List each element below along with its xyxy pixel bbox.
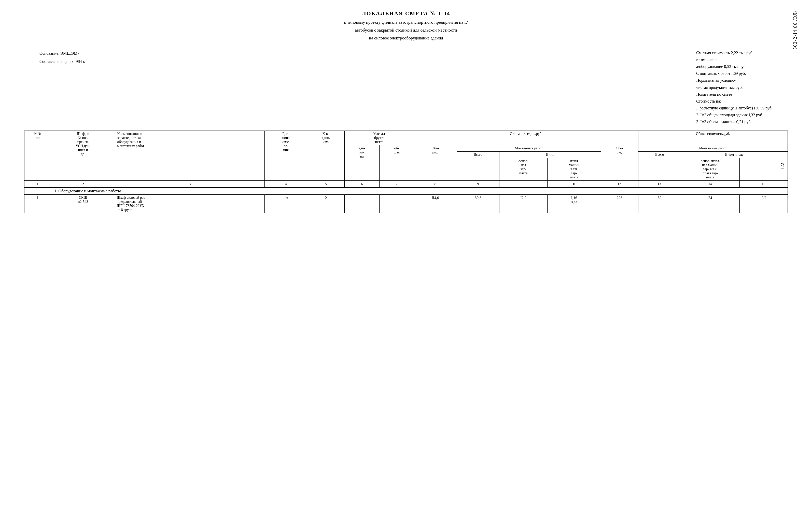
cell-total-ekspl: 2/I: [740, 194, 788, 213]
th-mass-unit: еди-ни-ца: [345, 145, 379, 181]
sost-label: Составлена в ценах I984 г.: [39, 58, 85, 66]
ir-line8: Стоимость на:: [696, 98, 773, 104]
cell-cost-ekspl: I,160,44: [548, 194, 601, 213]
col-num-13: I3: [638, 181, 681, 187]
info-right: Сметная стоимость 2,22 тыс.руб. в том чи…: [696, 49, 773, 125]
cell-total-mont-vsego: 62: [638, 194, 681, 213]
cell-cost-mont-osnov: I2,2: [499, 194, 548, 213]
document-header: ЛОКАЛЬНАЯ СМЕТА № I–I4 к типовому проект…: [24, 10, 788, 42]
th-mont-vsego: Всего: [457, 151, 499, 181]
subtitle-line1: к типовому проекту филиала автотранспорт…: [24, 19, 788, 26]
ir-line5: Нормативная условно-: [696, 77, 773, 84]
ir-line2: в том числе:: [696, 56, 773, 63]
col-num-15: I5: [740, 181, 788, 187]
col-num-8: 8: [414, 181, 457, 187]
ir-line9: I. расчетную единицу (I автобус) I30,59 …: [696, 104, 773, 112]
th-total-mont: Монтажных работ: [638, 145, 788, 151]
th-cost-obo: Обо-руд.: [414, 145, 457, 181]
th-cost-mont: Монтажных работ: [457, 145, 601, 151]
side-document-label: 503-2-I4.86 /ЭЛ/: [793, 10, 798, 50]
th-total-vsego: Всего: [638, 151, 681, 181]
page-number: I22: [780, 163, 785, 169]
cell-qty: 2: [307, 194, 345, 213]
th-mont-vtch: В т.ч.: [499, 151, 601, 158]
cell-cost-mont-vsego: 30,8: [457, 194, 499, 213]
cell-total-obo: 228: [601, 194, 638, 213]
th-total-vtch: В том числе: [681, 151, 788, 158]
ir-line1: Сметная стоимость 2,22 тыс.руб.: [696, 49, 773, 56]
th-osnov-zarp: основ-наязар-плата: [499, 158, 548, 181]
col-num-4: 4: [264, 181, 307, 187]
ir-line7: Показатели по смете: [696, 91, 773, 98]
osnov-label: Основание: ЭМI...ЭМ7: [39, 49, 85, 58]
ir-line11: 3. Iм3 объема здания – 0,21 руб.: [696, 118, 773, 125]
info-left: Основание: ЭМI...ЭМ7 Составлена в ценах …: [39, 49, 85, 125]
cell-num: I: [24, 194, 51, 213]
subtitle-line3: на силовое электрооборудование здания: [24, 35, 788, 41]
cell-name: Шкаф силовой рас-пределительныйШРII-7350…: [115, 194, 264, 213]
ir-line10: 2. Iм2 общей площади здания I,32 руб.: [696, 112, 773, 118]
th-qty: К-воедин.изм.: [307, 130, 345, 181]
col-num-12: I2: [601, 181, 638, 187]
th-mass-total: об-щая: [379, 145, 414, 181]
cell-total-mont-osnov: 24: [681, 194, 740, 213]
table-row: I СКЩп2-548 Шкаф силовой рас-пределитель…: [24, 194, 788, 213]
th-ekspl-mashin: экспл.машинв т.ч.зар-плата: [548, 158, 601, 181]
th-mass: Масса,тбруттонетто: [345, 130, 414, 145]
th-unit: Еди-ницаизме-ре-ния: [264, 130, 307, 181]
col-num-2: 2: [51, 181, 115, 187]
col-num-9: 9: [457, 181, 499, 187]
th-num: №№пп: [24, 130, 51, 181]
cell-mass-unit: [345, 194, 379, 213]
cell-cost-obo: II4,0: [414, 194, 457, 213]
ir-line4: б/монтажных работ I,69 руб.: [696, 70, 773, 77]
col-num-6: 6: [345, 181, 379, 187]
th-cost-obo2: Обо-руд.: [601, 145, 638, 181]
th-ekspl2: [740, 158, 788, 181]
th-name: Наименование ихарактеристикаоборудования…: [115, 130, 264, 181]
col-num-10: IO: [499, 181, 548, 187]
th-osnov-zarp2: основ-экспл.ная машинзар- в т.ч.плата за…: [681, 158, 740, 181]
main-title: ЛОКАЛЬНАЯ СМЕТА № I–I4: [24, 10, 788, 17]
col-num-1: I: [24, 181, 51, 187]
section-title: I. Оборудование и монтажные работы: [24, 187, 788, 195]
th-shifr: Шифр и№ поз.прейск.УСН,цен-ника идр.: [51, 130, 115, 181]
cell-unit: шт: [264, 194, 307, 213]
col-num-14: I4: [681, 181, 740, 187]
col-num-3: 3: [115, 181, 264, 187]
cell-shifr: СКЩп2-548: [51, 194, 115, 213]
subtitle-line2: автобусов с закрытой стоянкой для сельск…: [24, 27, 788, 34]
ir-line6: чистая продукция тыс.руб.: [696, 84, 773, 91]
col-num-7: 7: [379, 181, 414, 187]
main-table: №№пп Шифр и№ поз.прейск.УСН,цен-ника идр…: [24, 130, 788, 213]
cell-mass-total: [379, 194, 414, 213]
col-num-11: II: [548, 181, 601, 187]
info-block: Основание: ЭМI...ЭМ7 Составлена в ценах …: [24, 49, 788, 125]
ir-line3: а/оборудование 0,53 тыс.руб.: [696, 63, 773, 70]
th-cost-total: Общая стоимость,руб.: [638, 130, 788, 145]
col-num-5: 5: [307, 181, 345, 187]
th-cost-unit: Стоимость един.,руб.: [414, 130, 638, 145]
